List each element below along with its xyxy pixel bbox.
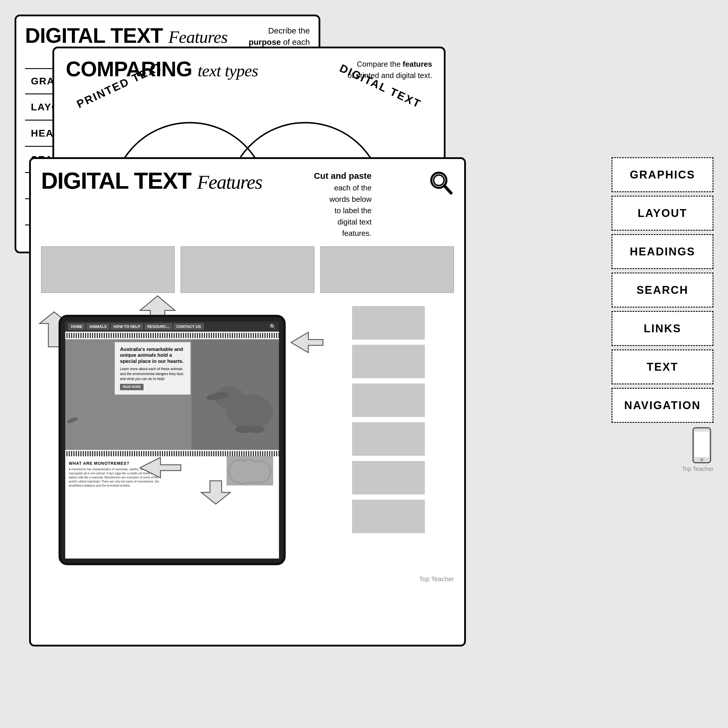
side-box-text: TEXT bbox=[612, 349, 713, 384]
side-box-layout: LAYOUT bbox=[612, 196, 713, 231]
front-title-cursive: Features bbox=[197, 171, 262, 193]
magnify-icon bbox=[428, 169, 454, 197]
svg-rect-25 bbox=[694, 431, 709, 457]
front-card-title: DIGITAL TEXT Features bbox=[41, 169, 262, 193]
answer-box-4 bbox=[352, 422, 425, 456]
tablet-section: HOME ANIMALS HOW TO HELP RESOURC... CONT… bbox=[41, 300, 454, 568]
banner-heading: Australia's remarkable and unique animal… bbox=[120, 347, 185, 364]
answer-box-3 bbox=[352, 384, 425, 417]
nav-contact: CONTACT US bbox=[174, 323, 204, 330]
image-box-3 bbox=[320, 246, 454, 293]
back-title-cursive: Features bbox=[168, 28, 228, 47]
label-navigation-side: NAVIGATION bbox=[624, 399, 701, 412]
back-title-bold: DIGITAL TEXT bbox=[25, 24, 163, 47]
tablet-device: HOME ANIMALS HOW TO HELP RESOURC... CONT… bbox=[58, 315, 286, 565]
nav-search-icon: 🔍 bbox=[270, 324, 276, 330]
phone-icon bbox=[690, 426, 713, 464]
label-text-side: TEXT bbox=[647, 361, 678, 373]
echidna-icon bbox=[65, 386, 115, 444]
svg-marker-22 bbox=[140, 457, 181, 478]
answer-boxes bbox=[352, 306, 425, 533]
svg-line-10 bbox=[74, 401, 77, 411]
side-box-links: LINKS bbox=[612, 311, 713, 346]
arrow-nav-icon bbox=[288, 329, 326, 356]
attribution: Top Teacher bbox=[41, 575, 454, 583]
side-box-graphics: GRAPHICS bbox=[612, 157, 713, 192]
side-box-search: SEARCH bbox=[612, 272, 713, 307]
website-banner: Australia's remarkable and unique animal… bbox=[65, 339, 279, 450]
australia-map-icon bbox=[226, 456, 273, 485]
nav-home: HOME bbox=[68, 323, 85, 330]
svg-rect-21 bbox=[192, 339, 279, 450]
image-box-2 bbox=[180, 246, 314, 293]
svg-line-13 bbox=[94, 406, 99, 415]
arrow-links-icon bbox=[137, 454, 184, 481]
nav-how-to-help: HOW TO HELP bbox=[111, 323, 143, 330]
website-nav: HOME ANIMALS HOW TO HELP RESOURC... CONT… bbox=[65, 321, 279, 332]
side-label-boxes: GRAPHICS LAYOUT HEADINGS SEARCH LINKS TE… bbox=[612, 157, 713, 472]
back-card-title: DIGITAL TEXT Features bbox=[25, 25, 228, 46]
front-title-bold: DIGITAL TEXT bbox=[41, 168, 191, 194]
side-attribution: Top Teacher bbox=[612, 466, 713, 472]
answer-box-5 bbox=[352, 461, 425, 494]
svg-line-12 bbox=[89, 401, 92, 411]
svg-line-4 bbox=[444, 186, 451, 193]
nav-resources: RESOURC... bbox=[144, 323, 172, 330]
read-more-button[interactable]: READ MORE bbox=[120, 384, 144, 390]
side-box-headings: HEADINGS bbox=[612, 234, 713, 269]
phone-icon-container bbox=[612, 426, 713, 464]
label-links-side: LINKS bbox=[644, 322, 681, 335]
label-layout-side: LAYOUT bbox=[638, 207, 688, 220]
front-card-instructions: Cut and paste each of the words below to… bbox=[314, 169, 372, 239]
wavy-line-1 bbox=[65, 333, 279, 338]
svg-line-14 bbox=[99, 413, 104, 421]
front-card-header: DIGITAL TEXT Features Cut and paste each… bbox=[41, 169, 454, 239]
side-box-navigation: NAVIGATION bbox=[612, 388, 713, 423]
answer-box-1 bbox=[352, 306, 425, 340]
arrow-text-icon bbox=[198, 478, 233, 507]
banner-text-block: Australia's remarkable and unique animal… bbox=[115, 342, 190, 395]
label-search-side: SEARCH bbox=[636, 284, 688, 297]
nav-animals: ANIMALS bbox=[87, 323, 110, 330]
label-headings-side: HEADINGS bbox=[630, 245, 695, 258]
top-image-boxes bbox=[41, 246, 454, 293]
answer-box-2 bbox=[352, 345, 425, 378]
svg-point-26 bbox=[700, 458, 704, 462]
answer-box-6 bbox=[352, 500, 425, 533]
svg-point-3 bbox=[434, 175, 444, 185]
label-graphics-side: GRAPHICS bbox=[630, 168, 695, 181]
front-card: DIGITAL TEXT Features Cut and paste each… bbox=[29, 157, 466, 647]
middle-title-cursive: text types bbox=[198, 61, 258, 80]
tablet-screen: HOME ANIMALS HOW TO HELP RESOURC... CONT… bbox=[65, 321, 279, 558]
animal-right-icon bbox=[192, 339, 279, 450]
svg-marker-7 bbox=[291, 332, 323, 353]
svg-marker-23 bbox=[201, 481, 230, 504]
banner-para: Learn more about each of these animals a… bbox=[120, 367, 185, 381]
image-box-1 bbox=[41, 246, 175, 293]
